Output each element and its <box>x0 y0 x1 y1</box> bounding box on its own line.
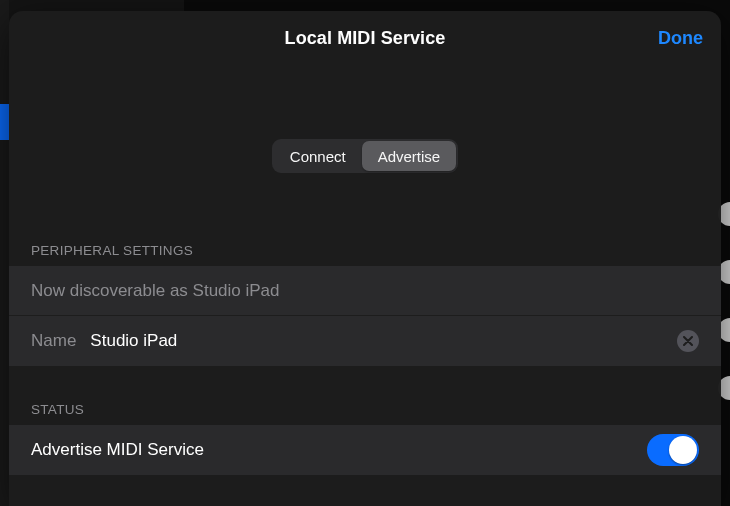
section-header-status: STATUS <box>9 402 721 417</box>
name-input[interactable] <box>90 331 677 351</box>
discoverable-row: Now discoverable as Studio iPad <box>9 266 721 316</box>
segmented-control-wrap: Connect Advertise <box>9 139 721 173</box>
toggle-knob <box>669 436 697 464</box>
name-label: Name <box>31 331 76 351</box>
tab-connect[interactable]: Connect <box>274 141 362 171</box>
clear-text-button[interactable] <box>677 330 699 352</box>
modal-sheet: Local MIDI Service Done Connect Advertis… <box>9 11 721 506</box>
advertise-toggle[interactable] <box>647 434 699 466</box>
done-button[interactable]: Done <box>658 11 703 65</box>
background-accent-strip <box>0 0 9 506</box>
sheet-header: Local MIDI Service Done <box>9 11 721 65</box>
tab-advertise[interactable]: Advertise <box>362 141 457 171</box>
advertise-toggle-row: Advertise MIDI Service <box>9 425 721 475</box>
peripheral-settings-group: Now discoverable as Studio iPad Name <box>9 266 721 366</box>
name-row: Name <box>9 316 721 366</box>
section-header-peripheral: PERIPHERAL SETTINGS <box>9 243 721 258</box>
status-group: Advertise MIDI Service <box>9 425 721 475</box>
advertise-toggle-label: Advertise MIDI Service <box>31 440 647 460</box>
close-icon <box>683 336 693 346</box>
segmented-control: Connect Advertise <box>272 139 458 173</box>
discoverable-text: Now discoverable as Studio iPad <box>31 281 280 301</box>
sheet-title: Local MIDI Service <box>285 28 446 49</box>
